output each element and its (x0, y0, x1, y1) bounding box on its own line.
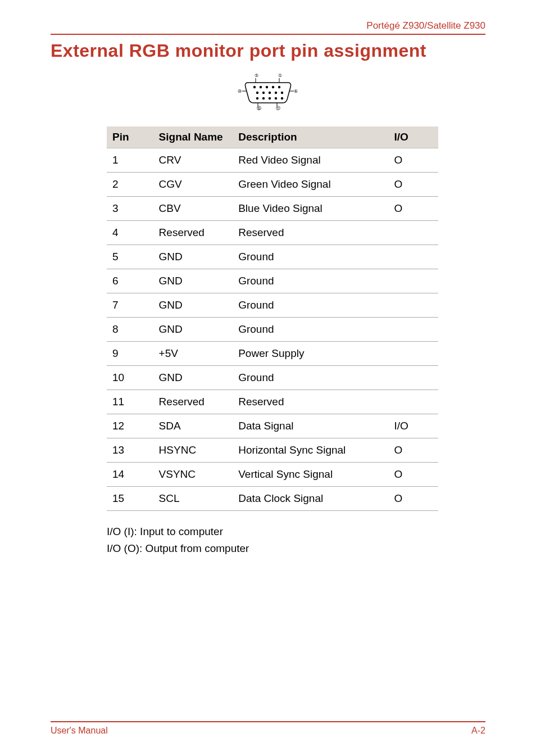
th-signal: Signal Name (153, 126, 233, 148)
cell-signal: SDA (153, 414, 233, 438)
svg-point-24 (269, 97, 271, 99)
cell-pin: 14 (107, 463, 153, 487)
cell-pin: 3 (107, 197, 153, 221)
svg-point-19 (269, 92, 271, 94)
header-product: Portégé Z930/Satellite Z930 (51, 20, 485, 31)
cell-pin: 9 (107, 342, 153, 366)
svg-point-23 (262, 97, 265, 99)
cell-io: O (388, 438, 438, 463)
note-input: I/O (I): Input to computer (107, 523, 438, 540)
connector-diagram: ⑤ ① ⑩ ⑥ ⑮ ⑪ (51, 71, 485, 113)
cell-pin: 2 (107, 173, 153, 197)
footer-left: User's Manual (51, 726, 108, 736)
cell-io (388, 390, 438, 414)
cell-signal: GND (153, 366, 233, 390)
cell-io: O (388, 487, 438, 511)
cell-pin: 10 (107, 366, 153, 390)
table-row: 13HSYNCHorizontal Sync SignalO (107, 438, 438, 463)
cell-pin: 6 (107, 269, 153, 293)
table-row: 7GNDGround (107, 293, 438, 318)
table-row: 8GNDGround (107, 318, 438, 342)
th-pin: Pin (107, 126, 153, 148)
cell-io (388, 318, 438, 342)
cell-io (388, 221, 438, 245)
svg-point-21 (281, 92, 283, 94)
cell-desc: Ground (233, 269, 388, 293)
table-row: 2CGVGreen Video SignalO (107, 173, 438, 197)
note-output: I/O (O): Output from computer (107, 540, 438, 557)
footer-rule (51, 721, 485, 722)
header-rule (51, 34, 485, 35)
cell-io: O (388, 148, 438, 173)
cell-desc: Power Supply (233, 342, 388, 366)
table-row: 3CBVBlue Video SignalO (107, 197, 438, 221)
table-row: 11ReservedReserved (107, 390, 438, 414)
cell-io (388, 366, 438, 390)
th-desc: Description (233, 126, 388, 148)
svg-point-12 (253, 86, 256, 88)
table-row: 10GNDGround (107, 366, 438, 390)
cell-signal: CRV (153, 148, 233, 173)
cell-io (388, 342, 438, 366)
cell-desc: Vertical Sync Signal (233, 463, 388, 487)
table-row: 14VSYNCVertical Sync SignalO (107, 463, 438, 487)
cell-io (388, 293, 438, 318)
cell-signal: CBV (153, 197, 233, 221)
cell-desc: Red Video Signal (233, 148, 388, 173)
table-row: 1CRVRed Video SignalO (107, 148, 438, 173)
cell-desc: Data Clock Signal (233, 487, 388, 511)
cell-io: O (388, 173, 438, 197)
footer-right: A-2 (471, 726, 485, 736)
svg-text:⑪: ⑪ (276, 106, 280, 111)
cell-desc: Ground (233, 245, 388, 269)
svg-point-18 (262, 92, 265, 94)
cell-signal: GND (153, 245, 233, 269)
svg-point-16 (278, 86, 280, 88)
svg-point-17 (256, 92, 258, 94)
cell-desc: Horizontal Sync Signal (233, 438, 388, 463)
svg-point-22 (256, 97, 258, 99)
svg-point-20 (275, 92, 277, 94)
cell-pin: 1 (107, 148, 153, 173)
cell-desc: Ground (233, 318, 388, 342)
cell-signal: +5V (153, 342, 233, 366)
cell-pin: 12 (107, 414, 153, 438)
cell-signal: VSYNC (153, 463, 233, 487)
cell-pin: 4 (107, 221, 153, 245)
svg-point-25 (275, 97, 277, 99)
table-row: 12SDAData SignalI/O (107, 414, 438, 438)
svg-text:⑤: ⑤ (255, 73, 258, 78)
table-row: 4ReservedReserved (107, 221, 438, 245)
svg-point-15 (272, 86, 274, 88)
cell-desc: Green Video Signal (233, 173, 388, 197)
cell-desc: Data Signal (233, 414, 388, 438)
svg-point-26 (281, 97, 283, 99)
svg-text:⑩: ⑩ (238, 89, 242, 94)
th-io: I/O (388, 126, 438, 148)
cell-pin: 15 (107, 487, 153, 511)
cell-io (388, 245, 438, 269)
cell-desc: Reserved (233, 390, 388, 414)
cell-signal: Reserved (153, 221, 233, 245)
svg-point-13 (260, 86, 262, 88)
cell-io: I/O (388, 414, 438, 438)
cell-pin: 5 (107, 245, 153, 269)
cell-signal: GND (153, 318, 233, 342)
svg-text:⑥: ⑥ (294, 89, 298, 94)
cell-pin: 13 (107, 438, 153, 463)
rgb-port-icon: ⑤ ① ⑩ ⑥ ⑮ ⑪ (234, 71, 302, 111)
table-row: 6GNDGround (107, 269, 438, 293)
cell-io: O (388, 463, 438, 487)
svg-point-14 (266, 86, 268, 88)
cell-desc: Reserved (233, 221, 388, 245)
table-row: 15SCLData Clock SignalO (107, 487, 438, 511)
cell-pin: 7 (107, 293, 153, 318)
cell-desc: Ground (233, 293, 388, 318)
cell-pin: 8 (107, 318, 153, 342)
table-header-row: Pin Signal Name Description I/O (107, 126, 438, 148)
cell-desc: Ground (233, 366, 388, 390)
pin-assignment-table: Pin Signal Name Description I/O 1CRVRed … (107, 126, 438, 511)
cell-signal: Reserved (153, 390, 233, 414)
cell-signal: GND (153, 269, 233, 293)
svg-text:⑮: ⑮ (257, 106, 261, 111)
